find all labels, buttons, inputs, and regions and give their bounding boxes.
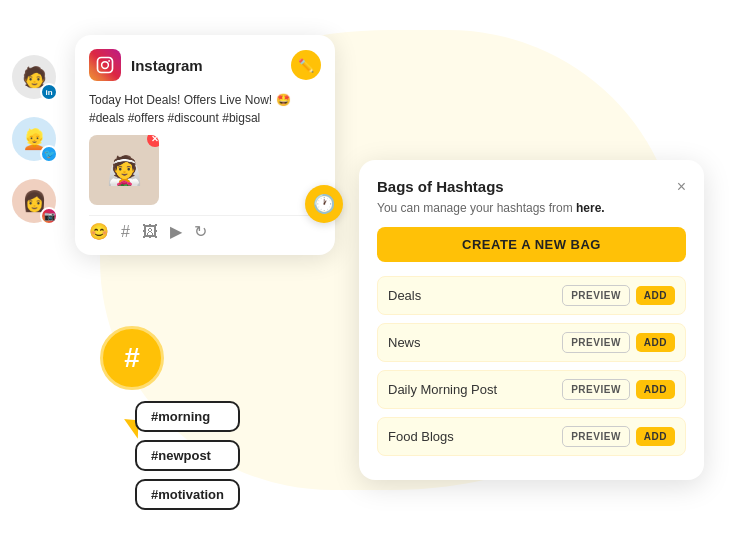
bag-name-daily-morning: Daily Morning Post [388, 382, 562, 397]
instagram-post-card: Instagram ✏️ Today Hot Deals! Offers Liv… [75, 35, 335, 255]
close-panel-button[interactable]: × [677, 179, 686, 195]
preview-deals-button[interactable]: PREVIEW [562, 285, 630, 306]
hashtag-pill-newpost: #newpost [135, 440, 240, 471]
play-icon[interactable]: ▶ [170, 222, 182, 241]
history-icon: 🕐 [313, 193, 335, 215]
bag-row-news: News PREVIEW ADD [377, 323, 686, 362]
bag-name-food-blogs: Food Blogs [388, 429, 562, 444]
add-daily-morning-button[interactable]: ADD [636, 380, 675, 399]
bag-row-food-blogs: Food Blogs PREVIEW ADD [377, 417, 686, 456]
svg-rect-0 [98, 58, 113, 73]
card-header: Instagram ✏️ [89, 49, 321, 81]
emoji-icon[interactable]: 😊 [89, 222, 109, 241]
panel-header: Bags of Hashtags × [377, 178, 686, 195]
linkedin-badge: in [40, 83, 58, 101]
bag-name-news: News [388, 335, 562, 350]
bags-of-hashtags-panel: Bags of Hashtags × You can manage your h… [359, 160, 704, 480]
preview-food-blogs-button[interactable]: PREVIEW [562, 426, 630, 447]
post-image: 👰 ✕ [89, 135, 159, 205]
post-toolbar: 😊 # 🖼 ▶ ↻ [89, 215, 321, 241]
instagram-logo-icon [89, 49, 121, 81]
preview-daily-morning-button[interactable]: PREVIEW [562, 379, 630, 400]
edit-button[interactable]: ✏️ [291, 50, 321, 80]
refresh-icon[interactable]: ↻ [194, 222, 207, 241]
hashtag-pills-list: #morning #newpost #motivation [135, 401, 240, 510]
image-placeholder-icon: 👰 [107, 154, 142, 187]
hashtag-symbol: # [124, 342, 140, 374]
add-deals-button[interactable]: ADD [636, 286, 675, 305]
avatar-twitter[interactable]: 👱 🐦 [12, 117, 56, 161]
avatar-instagram[interactable]: 👩 📷 [12, 179, 56, 223]
panel-subtitle: You can manage your hashtags from here. [377, 201, 686, 215]
bag-name-deals: Deals [388, 288, 562, 303]
add-food-blogs-button[interactable]: ADD [636, 427, 675, 446]
here-link[interactable]: here. [576, 201, 605, 215]
panel-title: Bags of Hashtags [377, 178, 504, 195]
remove-image-button[interactable]: ✕ [147, 135, 159, 147]
preview-news-button[interactable]: PREVIEW [562, 332, 630, 353]
card-platform-title: Instagram [131, 57, 203, 74]
create-new-bag-button[interactable]: CREATE A NEW BAG [377, 227, 686, 262]
avatar-list: 🧑 in 👱 🐦 👩 📷 [12, 55, 56, 223]
hashtag-pill-morning: #morning [135, 401, 240, 432]
svg-point-2 [108, 60, 110, 62]
svg-point-1 [102, 62, 109, 69]
instagram-badge: 📷 [40, 207, 58, 225]
post-text: Today Hot Deals! Offers Live Now! 🤩 #dea… [89, 91, 321, 127]
hashtag-icon[interactable]: # [121, 223, 130, 241]
bag-row-deals: Deals PREVIEW ADD [377, 276, 686, 315]
hashtag-pill-motivation: #motivation [135, 479, 240, 510]
add-news-button[interactable]: ADD [636, 333, 675, 352]
hashtag-circle-icon[interactable]: # [100, 326, 164, 390]
avatar-linkedin[interactable]: 🧑 in [12, 55, 56, 99]
image-icon[interactable]: 🖼 [142, 223, 158, 241]
history-button[interactable]: 🕐 [305, 185, 343, 223]
bag-row-daily-morning: Daily Morning Post PREVIEW ADD [377, 370, 686, 409]
twitter-badge: 🐦 [40, 145, 58, 163]
